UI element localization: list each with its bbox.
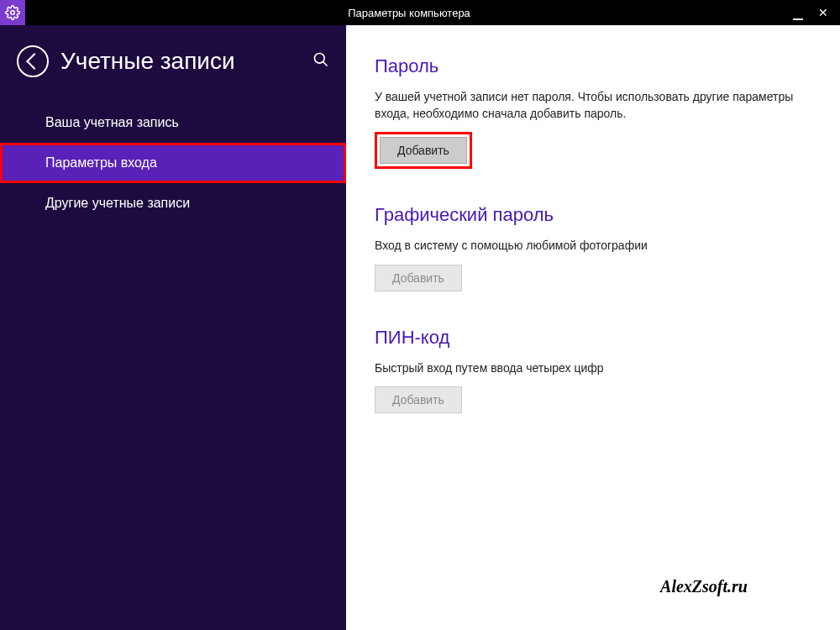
- arrow-left-icon: [26, 53, 43, 70]
- add-password-button[interactable]: Добавить: [380, 137, 467, 164]
- sidebar-item-other-accounts[interactable]: Другие учетные записи: [0, 183, 346, 223]
- sidebar-item-your-account[interactable]: Ваша учетная запись: [0, 102, 346, 143]
- section-description: Вход в систему с помощью любимой фотогра…: [375, 238, 811, 255]
- page-title: Учетные записи: [60, 48, 312, 75]
- titlebar: Параметры компьютера ✕: [0, 0, 840, 25]
- section-heading: Графический пароль: [375, 204, 811, 226]
- content-pane: Пароль У вашей учетной записи нет пароля…: [346, 25, 840, 630]
- svg-point-0: [11, 11, 15, 15]
- highlight-frame: Добавить: [375, 132, 472, 169]
- svg-point-1: [315, 54, 325, 64]
- search-button[interactable]: [312, 51, 329, 71]
- back-button[interactable]: [17, 45, 49, 77]
- minimize-button[interactable]: [793, 6, 803, 19]
- window-title: Параметры компьютера: [25, 7, 793, 19]
- sidebar-item-signin-options[interactable]: Параметры входа: [0, 143, 346, 183]
- watermark: AlexZsoft.ru: [660, 577, 748, 596]
- settings-window: Параметры компьютера ✕ Учетные записи: [0, 0, 840, 630]
- section-pin: ПИН-код Быстрый вход путем ввода четырех…: [375, 327, 811, 414]
- sidebar-item-label: Другие учетные записи: [45, 196, 190, 210]
- sidebar: Учетные записи Ваша учетная запись Парам…: [0, 25, 346, 630]
- settings-gear-icon: [0, 0, 25, 25]
- body: Учетные записи Ваша учетная запись Парам…: [0, 25, 840, 630]
- svg-line-2: [323, 62, 328, 66]
- section-heading: ПИН-код: [375, 327, 811, 349]
- sidebar-nav: Ваша учетная запись Параметры входа Друг…: [0, 102, 346, 223]
- search-icon: [312, 51, 329, 68]
- add-pin-button[interactable]: Добавить: [375, 386, 462, 413]
- section-picture-password: Графический пароль Вход в систему с помо…: [375, 204, 811, 291]
- add-picture-password-button[interactable]: Добавить: [375, 265, 462, 291]
- sidebar-item-label: Параметры входа: [45, 155, 157, 170]
- section-heading: Пароль: [375, 55, 811, 77]
- section-description: Быстрый вход путем ввода четырех цифр: [375, 360, 811, 377]
- section-description: У вашей учетной записи нет пароля. Чтобы…: [375, 89, 811, 122]
- window-controls: ✕: [793, 0, 840, 25]
- section-password: Пароль У вашей учетной записи нет пароля…: [375, 55, 811, 169]
- sidebar-item-label: Ваша учетная запись: [45, 115, 179, 129]
- close-button[interactable]: ✕: [818, 7, 828, 18]
- sidebar-header: Учетные записи: [0, 25, 346, 94]
